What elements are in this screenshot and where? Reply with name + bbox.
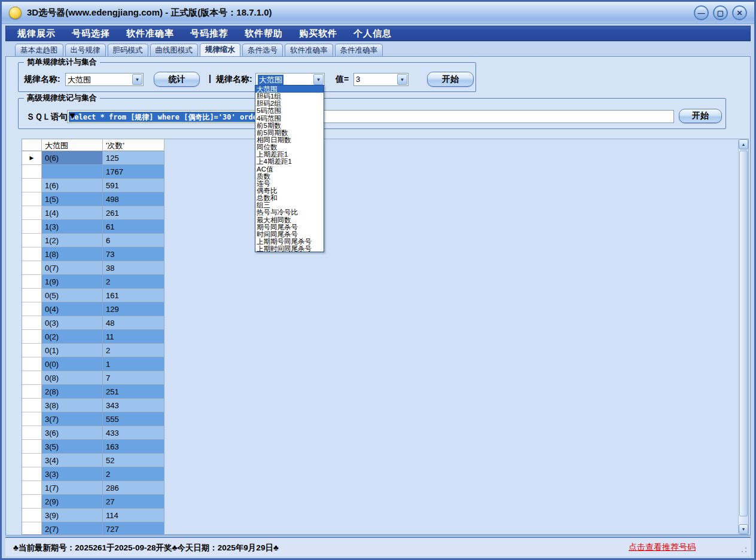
grid-column-header-2[interactable]: '次数' xyxy=(103,139,164,151)
cell-count[interactable]: 727 xyxy=(103,522,164,535)
cell-count[interactable]: 2 xyxy=(103,275,164,289)
cell-range[interactable]: 1(5) xyxy=(42,192,103,206)
table-row[interactable]: 0(1)2 xyxy=(22,344,164,357)
cell-count[interactable]: 27 xyxy=(103,495,164,509)
tab-2[interactable]: 出号规律 xyxy=(65,44,106,56)
menu-item-7[interactable]: 个人信息 xyxy=(353,28,392,39)
menu-item-4[interactable]: 号码推荐 xyxy=(190,28,228,39)
row-header-cell[interactable] xyxy=(22,330,42,344)
row-header-cell[interactable] xyxy=(22,522,42,535)
row-header-cell[interactable] xyxy=(22,275,42,289)
table-row[interactable]: 2(7)727 xyxy=(22,522,164,535)
menu-item-2[interactable]: 号码选择 xyxy=(72,28,110,39)
chevron-down-icon[interactable]: ▼ xyxy=(68,111,77,121)
value-combo[interactable]: 3 ▼ xyxy=(353,73,409,86)
cell-count[interactable]: 48 xyxy=(103,316,164,330)
cell-count[interactable]: 73 xyxy=(103,247,164,261)
cell-count[interactable]: 11 xyxy=(103,330,164,344)
cell-count[interactable]: 163 xyxy=(103,440,164,454)
tab-1[interactable]: 基本走趋图 xyxy=(15,44,63,56)
table-row[interactable]: 2(8)251 xyxy=(22,385,164,399)
scroll-down-icon[interactable]: ▼ xyxy=(739,524,748,534)
cell-range[interactable]: 0(7) xyxy=(42,261,103,275)
table-row[interactable]: 1(7)286 xyxy=(22,481,164,495)
cell-range[interactable]: 3(8) xyxy=(42,399,103,412)
cell-range[interactable]: 3(6) xyxy=(42,426,103,440)
row-header-cell[interactable] xyxy=(22,316,42,330)
maximize-button[interactable]: ▢ xyxy=(713,5,728,20)
table-row[interactable]: 2(9)27 xyxy=(22,495,164,509)
cell-count[interactable]: 6 xyxy=(103,234,164,247)
cell-count[interactable]: 129 xyxy=(103,302,164,316)
cell-range[interactable]: 1(6) xyxy=(42,179,103,192)
cell-range[interactable]: 2(7) xyxy=(42,522,103,535)
vertical-scrollbar[interactable]: ▲ ▼ xyxy=(738,139,748,534)
row-header-cell[interactable] xyxy=(22,385,42,399)
table-row[interactable]: 0(0)1 xyxy=(22,357,164,371)
dropdown-option-4[interactable]: 5码范围 xyxy=(255,107,324,114)
scrollbar-thumb[interactable] xyxy=(739,151,748,516)
row-header-cell[interactable] xyxy=(22,261,42,275)
advanced-start-button[interactable]: 开始 xyxy=(679,109,722,123)
tab-4[interactable]: 曲线图模式 xyxy=(150,44,199,56)
cell-count[interactable]: 125 xyxy=(103,151,164,165)
cell-range[interactable]: 0(4) xyxy=(42,302,103,316)
tab-7[interactable]: 软件准确率 xyxy=(285,44,333,56)
cell-count[interactable]: 2 xyxy=(103,344,164,357)
cell-range[interactable] xyxy=(42,165,103,179)
table-row[interactable]: ▶0(6)125 xyxy=(22,151,164,165)
row-header-cell[interactable] xyxy=(22,247,42,261)
cell-count[interactable]: 343 xyxy=(103,399,164,412)
row-header-cell[interactable] xyxy=(22,467,42,481)
menu-item-6[interactable]: 购买软件 xyxy=(299,28,337,39)
cell-range[interactable]: 3(3) xyxy=(42,467,103,481)
table-row[interactable]: 0(7)38 xyxy=(22,261,164,275)
minimize-button[interactable]: — xyxy=(694,5,709,20)
row-header-cell[interactable] xyxy=(22,371,42,385)
row-header-cell[interactable] xyxy=(22,206,42,220)
rule-name-combo-2[interactable]: 大范围 ▼ xyxy=(255,73,325,86)
rule-name-combo-1[interactable]: 大范围 ▼ xyxy=(65,73,144,86)
tab-6[interactable]: 条件选号 xyxy=(242,44,283,56)
cell-range[interactable]: 1(3) xyxy=(42,220,103,234)
cell-range[interactable]: 2(9) xyxy=(42,495,103,509)
cell-range[interactable]: 3(9) xyxy=(42,509,103,522)
table-row[interactable]: 1(6)591 xyxy=(22,179,164,192)
cell-count[interactable]: 38 xyxy=(103,261,164,275)
resize-grip[interactable] xyxy=(741,547,747,553)
sql-combo[interactable]: select * from [规律] where [偶奇比]='30' orde… xyxy=(67,110,674,123)
row-header-cell[interactable] xyxy=(22,344,42,357)
row-header-cell[interactable] xyxy=(22,495,42,509)
row-header-cell[interactable] xyxy=(22,412,42,426)
simple-start-button[interactable]: 开始 xyxy=(427,72,474,87)
stat-button[interactable]: 统计 xyxy=(154,72,200,87)
dropdown-option-16[interactable]: 总数和 xyxy=(255,194,324,201)
dropdown-option-15[interactable]: 偶奇比 xyxy=(255,187,324,194)
dropdown-option-13[interactable]: 质数 xyxy=(255,173,324,180)
cell-count[interactable]: 591 xyxy=(103,179,164,192)
dropdown-option-20[interactable]: 期号同尾杀号 xyxy=(255,224,324,231)
dropdown-option-14[interactable]: 连号 xyxy=(255,180,324,187)
menu-item-3[interactable]: 软件准确率 xyxy=(126,28,174,39)
row-header-cell[interactable] xyxy=(22,440,42,454)
cell-range[interactable]: 3(7) xyxy=(42,412,103,426)
grid-column-header-1[interactable]: 大范围 xyxy=(42,139,103,151)
tab-8[interactable]: 条件准确率 xyxy=(335,44,383,56)
cell-range[interactable]: 2(8) xyxy=(42,385,103,399)
row-header-cell[interactable] xyxy=(22,399,42,412)
row-header-cell[interactable] xyxy=(22,179,42,192)
dropdown-option-9[interactable]: 同位数 xyxy=(255,143,324,151)
row-header-cell[interactable] xyxy=(22,289,42,302)
dropdown-option-1[interactable]: 大范围 xyxy=(255,85,324,93)
chevron-down-icon[interactable]: ▼ xyxy=(397,74,407,85)
scroll-up-icon[interactable]: ▲ xyxy=(739,139,748,149)
cell-range[interactable]: 3(5) xyxy=(42,440,103,454)
table-row[interactable]: 1(2)6 xyxy=(22,234,164,247)
table-row[interactable]: 3(9)114 xyxy=(22,509,164,522)
row-header-cell[interactable] xyxy=(22,165,42,179)
cell-count[interactable]: 1767 xyxy=(103,165,164,179)
cell-count[interactable]: 261 xyxy=(103,206,164,220)
cell-range[interactable]: 3(4) xyxy=(42,454,103,467)
cell-range[interactable]: 1(8) xyxy=(42,247,103,261)
cell-count[interactable]: 61 xyxy=(103,220,164,234)
